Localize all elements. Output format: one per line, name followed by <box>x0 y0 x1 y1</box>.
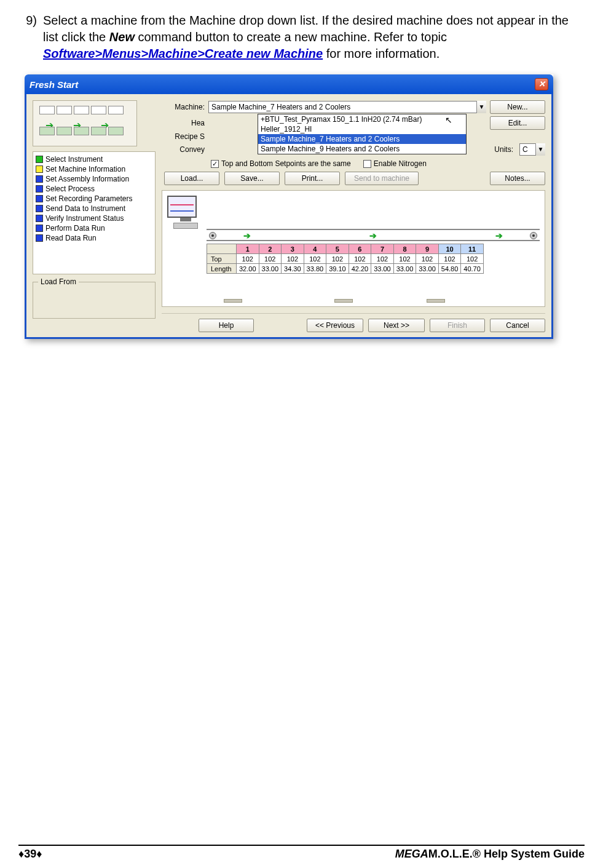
zone-panel: ➔➔➔ 1234567891011Top10210210210210210210… <box>162 190 545 307</box>
wizard-steps-list: Select InstrumentSet Machine Information… <box>33 151 156 274</box>
monitor-icon <box>167 196 204 229</box>
machine-combo[interactable]: Sample Machine_7 Heaters and 2 Coolers ▼… <box>208 101 486 113</box>
close-button[interactable]: ✕ <box>535 78 548 90</box>
wizard-buttons: Help << Previous Next >> Finish Cancel <box>162 313 545 332</box>
page-footer: ♦39♦ MEGAM.O.L.E.® Help System Guide <box>18 845 585 861</box>
title-bar: Fresh Start ✕ <box>25 74 553 94</box>
radio-left[interactable] <box>209 232 216 239</box>
chevron-down-icon[interactable]: ▼ <box>535 143 545 156</box>
same-setpoints-checkbox[interactable]: ✓Top and Bottom Setpoints are the same <box>211 159 351 168</box>
conveyor-strip: ➔➔➔ <box>207 229 540 241</box>
dropdown-option[interactable]: Sample Machine_7 Heaters and 2 Coolers↖ <box>258 134 466 144</box>
edit-button[interactable]: Edit... <box>490 116 545 130</box>
topic-link[interactable]: Software>Menus>Machine>Create new Machin… <box>43 47 323 60</box>
finish-button: Finish <box>430 319 485 332</box>
save-button[interactable]: Save... <box>224 172 280 185</box>
previous-button[interactable]: << Previous <box>307 319 363 332</box>
help-button[interactable]: Help <box>199 319 254 332</box>
cancel-button[interactable]: Cancel <box>490 319 545 332</box>
dropdown-option[interactable]: Sample Machine_9 Heaters and 2 Coolers <box>258 144 466 154</box>
wizard-step[interactable]: Set Recording Parameters <box>36 194 152 204</box>
units-label: Units: <box>494 145 513 154</box>
wizard-step[interactable]: Verify Instrument Status <box>36 213 152 223</box>
instruction-item: 9) Select a machine from the Machine dro… <box>18 12 585 62</box>
dropdown-option[interactable]: +BTU_Test_Pyramax 150_1.1 InH20 (2.74 mB… <box>258 114 466 124</box>
page-number: ♦39♦ <box>18 848 42 861</box>
dialog-window: Fresh Start ✕ ➔➔➔ Select InstrumentSet M… <box>25 74 553 339</box>
scroll-stub[interactable] <box>427 299 445 303</box>
dropdown-option[interactable]: Heller_1912_HI <box>258 124 466 134</box>
load-button[interactable]: Load... <box>164 172 219 185</box>
wizard-step[interactable]: Read Data Run <box>36 233 152 243</box>
wizard-step[interactable]: Set Assembly Information <box>36 174 152 184</box>
wizard-step[interactable]: Perform Data Run <box>36 223 152 233</box>
print-button[interactable]: Print... <box>285 172 340 185</box>
instruction-number: 9) <box>18 12 43 62</box>
zone-table: 1234567891011Top102102102102102102102102… <box>207 244 484 274</box>
load-from-group: Load From <box>33 282 156 319</box>
new-button[interactable]: New... <box>490 100 545 114</box>
chevron-down-icon[interactable]: ▼ <box>476 101 486 113</box>
notes-button[interactable]: Notes... <box>490 172 545 185</box>
radio-right[interactable] <box>530 232 537 239</box>
machine-dropdown-list[interactable]: +BTU_Test_Pyramax 150_1.1 InH20 (2.74 mB… <box>258 114 467 154</box>
wizard-step[interactable]: Select Process <box>36 184 152 194</box>
units-combo[interactable]: C ▼ <box>519 143 545 156</box>
next-button[interactable]: Next >> <box>368 319 425 332</box>
machine-illustration: ➔➔➔ <box>33 100 137 146</box>
window-title: Fresh Start <box>30 79 78 90</box>
footer-title: MEGAM.O.L.E.® Help System Guide <box>395 848 585 861</box>
instruction-text: Select a machine from the Machine drop d… <box>43 12 585 62</box>
wizard-step[interactable]: Send Data to Instrument <box>36 204 152 213</box>
enable-nitrogen-checkbox[interactable]: Enable Nitrogen <box>363 159 427 168</box>
machine-label: Machine: <box>162 103 205 111</box>
scroll-stub[interactable] <box>224 299 242 303</box>
wizard-step[interactable]: Select Instrument <box>36 154 152 164</box>
send-to-machine-button: Send to machine <box>345 172 419 185</box>
scroll-stub[interactable] <box>334 299 353 303</box>
wizard-step[interactable]: Set Machine Information <box>36 164 152 174</box>
